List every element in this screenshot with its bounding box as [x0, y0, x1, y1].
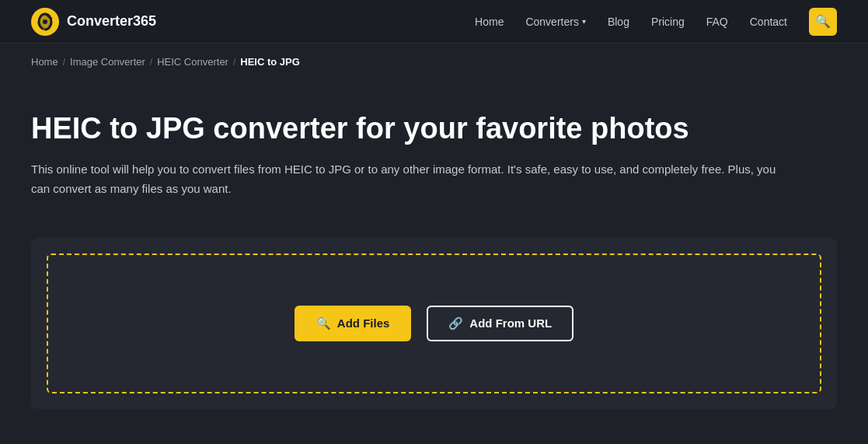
breadcrumb-sep-1: / — [63, 57, 65, 68]
add-files-icon: 🔍 — [316, 316, 331, 330]
search-button[interactable]: 🔍 — [809, 8, 837, 36]
drop-zone-container: 🔍 Add Files 🔗 Add From URL — [31, 238, 837, 409]
breadcrumb-image-converter[interactable]: Image Converter — [70, 56, 145, 68]
page-description: This online tool will help you to conver… — [31, 159, 793, 199]
nav-pricing[interactable]: Pricing — [651, 16, 685, 28]
nav-blog[interactable]: Blog — [608, 16, 629, 28]
nav-contact[interactable]: Contact — [750, 16, 787, 28]
breadcrumb: Home / Image Converter / HEIC Converter … — [0, 44, 868, 80]
breadcrumb-home[interactable]: Home — [31, 56, 58, 68]
add-files-label: Add Files — [337, 316, 390, 330]
chevron-down-icon: ▾ — [582, 17, 586, 26]
breadcrumb-sep-3: / — [233, 57, 235, 68]
brand-name: Converter365 — [67, 13, 156, 30]
add-url-button[interactable]: 🔗 Add From URL — [427, 306, 573, 341]
page-title: HEIC to JPG converter for your favorite … — [31, 111, 837, 147]
drop-zone[interactable]: 🔍 Add Files 🔗 Add From URL — [47, 253, 821, 393]
nav-converters[interactable]: Converters ▾ — [525, 16, 585, 28]
logo-icon — [31, 8, 59, 36]
breadcrumb-sep-2: / — [150, 57, 152, 68]
navbar: Converter365 Home Converters ▾ Blog Pric… — [0, 0, 868, 44]
breadcrumb-heic-converter[interactable]: HEIC Converter — [157, 56, 228, 68]
nav-converters-label: Converters — [525, 16, 578, 28]
search-icon: 🔍 — [815, 14, 831, 29]
breadcrumb-current: HEIC to JPG — [240, 56, 300, 68]
nav-faq[interactable]: FAQ — [706, 16, 728, 28]
nav-home[interactable]: Home — [475, 16, 504, 28]
add-files-button[interactable]: 🔍 Add Files — [295, 306, 412, 341]
main-content: HEIC to JPG converter for your favorite … — [0, 80, 868, 238]
add-url-label: Add From URL — [469, 316, 552, 330]
svg-point-1 — [43, 19, 47, 24]
add-url-icon: 🔗 — [448, 316, 463, 330]
brand-logo[interactable]: Converter365 — [31, 8, 156, 36]
nav-menu: Home Converters ▾ Blog Pricing FAQ Conta… — [475, 8, 837, 36]
